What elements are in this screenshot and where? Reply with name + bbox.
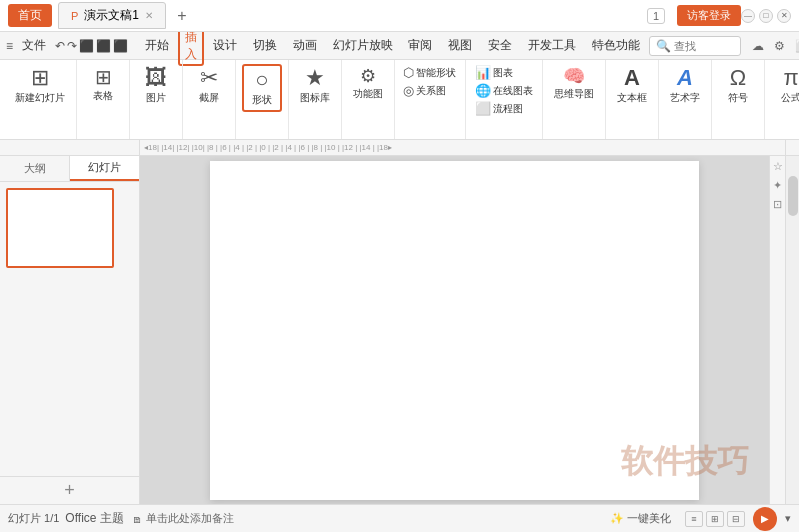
ribbon-group-smart: ⬡ 智能形状 ◎ 关系图: [395, 60, 466, 139]
iconlib-label: 图标库: [300, 91, 330, 105]
theme-label: Office 主题: [65, 510, 123, 527]
artword-button[interactable]: A 艺术字: [665, 64, 705, 108]
menu-review[interactable]: 审阅: [401, 34, 439, 57]
menu-switch[interactable]: 切换: [246, 34, 284, 57]
textbox-button[interactable]: A 文本框: [612, 64, 652, 108]
menu-design[interactable]: 设计: [206, 34, 244, 57]
close-button[interactable]: ✕: [777, 9, 791, 23]
symbol-button[interactable]: Ω 符号: [718, 64, 758, 108]
cloud-icon[interactable]: ☁: [749, 37, 767, 55]
grid-view-icon[interactable]: ⊞: [706, 511, 724, 527]
ruler-marks: ◂18| |14| |12| |10| |8 | |6 | |4 | |2 | …: [140, 143, 392, 152]
online-chart-label: 在线图表: [493, 84, 533, 98]
sidebar-magic-icon[interactable]: ✦: [773, 179, 782, 192]
ribbon-group-formula: π 公式: [765, 60, 799, 139]
menu-start[interactable]: 开始: [138, 34, 176, 57]
textbox-icon: A: [624, 67, 640, 89]
outline-view-icon[interactable]: ⊟: [727, 511, 745, 527]
clone-icon[interactable]: ⬛: [96, 36, 111, 56]
menu-devtools[interactable]: 开发工具: [521, 34, 583, 57]
online-chart-icon: 🌐: [475, 83, 491, 98]
add-tab-button[interactable]: +: [170, 4, 194, 28]
undo-icon[interactable]: ↶: [55, 36, 65, 56]
slides-tab[interactable]: 幻灯片: [70, 156, 139, 181]
settings-icon[interactable]: ⚙: [771, 37, 788, 55]
search-input[interactable]: [674, 40, 734, 52]
sidebar-crop-icon[interactable]: ⊡: [773, 198, 782, 211]
image-label: 图片: [146, 91, 166, 105]
iconlib-button[interactable]: ★ 图标库: [295, 64, 335, 108]
iconlib-icon: ★: [305, 67, 325, 89]
ruler-container: ◂18| |14| |12| |10| |8 | |6 | |4 | |2 | …: [0, 140, 799, 156]
format-painter-icon[interactable]: ⬛: [79, 36, 94, 56]
mindmap-button[interactable]: 🧠 思维导图: [549, 64, 599, 104]
fullscreen-icon[interactable]: ⬜: [792, 37, 799, 55]
shape-button[interactable]: ○ 形状: [242, 64, 282, 112]
menu-features[interactable]: 特色功能: [585, 34, 647, 57]
chart-icon: 📊: [475, 65, 491, 80]
tab-title: 演示文稿1: [84, 7, 139, 24]
add-slide-button[interactable]: +: [0, 476, 139, 504]
slide-item[interactable]: 1: [6, 188, 133, 268]
formula-button[interactable]: π 公式: [771, 64, 799, 108]
image-button[interactable]: 🖼 图片: [136, 64, 176, 108]
scrollbar-thumb[interactable]: [788, 176, 798, 216]
tab-close-icon[interactable]: ✕: [145, 10, 153, 21]
search-box[interactable]: 🔍: [649, 36, 741, 56]
table-button[interactable]: ⊞ 表格: [83, 64, 123, 106]
slide-panel-tabs: 大纲 幻灯片: [0, 156, 139, 182]
login-button[interactable]: 访客登录: [677, 5, 741, 26]
online-chart-button[interactable]: 🌐 在线图表: [472, 82, 536, 99]
extra-icon[interactable]: ⬛: [113, 36, 128, 56]
ruler-right-spacer: [785, 140, 799, 155]
note-area[interactable]: 🗈 单击此处添加备注: [132, 511, 234, 526]
home-button[interactable]: 首页: [8, 4, 52, 27]
sidebar-star-icon[interactable]: ☆: [773, 160, 783, 173]
screenshot-icon: ✂: [200, 67, 218, 89]
menu-slideshow[interactable]: 幻灯片放映: [326, 34, 400, 57]
vertical-scrollbar[interactable]: [785, 156, 799, 504]
formula-icon: π: [783, 67, 798, 89]
main-area: 大纲 幻灯片 1 + ◂ 软件技巧 ☆ ✦ ⊡: [0, 156, 799, 504]
play-button[interactable]: ▶: [753, 507, 777, 531]
hamburger-icon[interactable]: ≡: [6, 36, 13, 56]
search-icon: 🔍: [656, 39, 671, 53]
screenshot-button[interactable]: ✂ 截屏: [189, 64, 229, 108]
note-text: 单击此处添加备注: [146, 511, 234, 526]
smart-shape-button[interactable]: ⬡ 智能形状: [400, 64, 459, 81]
ribbon-group-shape: ○ 形状: [236, 60, 289, 139]
outline-tab[interactable]: 大纲: [0, 156, 70, 181]
menu-animation[interactable]: 动画: [286, 34, 324, 57]
file-menu[interactable]: 文件: [15, 34, 53, 57]
slide-thumbnail: [6, 188, 114, 268]
note-icon: 🗈: [132, 513, 143, 525]
options-icon[interactable]: ▾: [785, 512, 791, 525]
menu-view[interactable]: 视图: [441, 34, 479, 57]
menu-security[interactable]: 安全: [481, 34, 519, 57]
minimize-button[interactable]: —: [741, 9, 755, 23]
chart-button[interactable]: 📊 图表: [472, 64, 536, 81]
ribbon-group-charts: 📊 图表 🌐 在线图表 ⬜ 流程图: [466, 60, 543, 139]
slide-list: 1: [0, 182, 139, 476]
ribbon-group-funchart: ⚙ 功能图: [342, 60, 395, 139]
slide-count-label: 幻灯片 1/1: [8, 511, 59, 526]
table-label: 表格: [93, 89, 113, 103]
relation-button[interactable]: ◎ 关系图: [400, 82, 459, 99]
beautify-button[interactable]: ✨ 一键美化: [604, 509, 677, 528]
new-slide-button[interactable]: ⊞ 新建幻灯片: [10, 64, 70, 108]
screenshot-label: 截屏: [199, 91, 219, 105]
beautify-icon: ✨: [610, 512, 624, 525]
flowchart-button[interactable]: ⬜ 流程图: [472, 100, 536, 117]
maximize-button[interactable]: □: [759, 9, 773, 23]
menu-right-icons: ☁ ⚙ ⬜ ? ∧ ✕: [749, 37, 799, 55]
funchart-button[interactable]: ⚙ 功能图: [348, 64, 388, 104]
ribbon-group-iconlib: ★ 图标库: [289, 60, 342, 139]
flowchart-icon: ⬜: [475, 101, 491, 116]
redo-icon[interactable]: ↷: [67, 36, 77, 56]
view-icons: ≡ ⊞ ⊟: [685, 511, 745, 527]
smart-shape-label: 智能形状: [416, 66, 456, 80]
chart-label: 图表: [493, 66, 513, 80]
list-view-icon[interactable]: ≡: [685, 511, 703, 527]
document-tab[interactable]: P 演示文稿1 ✕: [58, 2, 166, 29]
title-bar: 首页 P 演示文稿1 ✕ + 1 访客登录 — □ ✕: [0, 0, 799, 32]
